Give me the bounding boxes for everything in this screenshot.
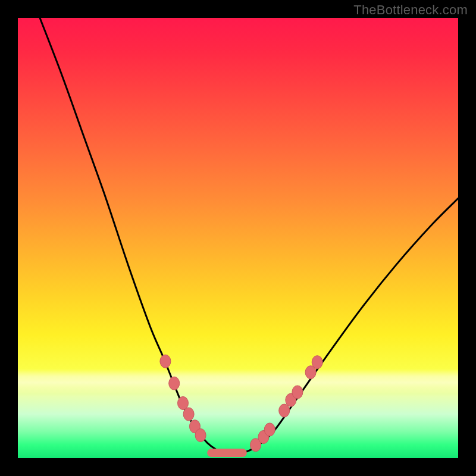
curve-layer <box>18 18 458 458</box>
marker-left-0 <box>160 355 171 368</box>
bottom-flat-marker <box>207 449 247 457</box>
marker-right-7 <box>312 356 322 369</box>
bottleneck-curve <box>40 18 458 454</box>
marker-right-5 <box>292 386 303 399</box>
chart-frame: TheBottleneck.com <box>0 0 476 476</box>
marker-right-2 <box>264 423 275 436</box>
marker-left-3 <box>183 408 194 421</box>
marker-right-3 <box>279 404 290 417</box>
watermark-text: TheBottleneck.com <box>353 2 468 18</box>
marker-left-1 <box>169 377 180 390</box>
marker-left-5 <box>195 429 206 442</box>
plot-area <box>18 18 458 458</box>
